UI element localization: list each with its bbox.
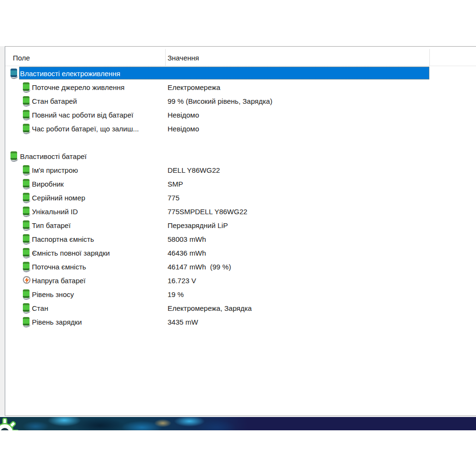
field-label: Рівень зарядки [32,317,82,326]
field-value: Електромережа, Зарядка [168,304,252,312]
field-label: Серійний номер [32,193,85,201]
table-row[interactable]: Серійний номер 775 [5,190,476,204]
battery-green-icon [23,234,30,243]
field-label: Тип батареї [32,221,70,229]
field-label: Ємність повної зарядки [32,248,110,257]
battery-green-icon [23,193,30,201]
table-row[interactable]: Напруга батареї 16.723 V [5,273,476,287]
field-value: Невідомо [168,110,199,119]
voltage-icon [23,276,30,284]
field-label: Властивості електроживлення [20,69,120,77]
battery-green-icon [23,317,30,326]
field-value: 16.723 V [168,276,196,284]
table-row[interactable]: Ємність повної зарядки 46436 mWh [5,246,476,259]
listview-rows: Властивості електроживлення Поточне джер… [5,66,476,416]
column-divider[interactable] [165,49,166,66]
field-label: Напруга батареї [32,276,86,284]
field-value: 46436 mWh [168,248,206,257]
column-header-field[interactable]: Поле [13,47,30,66]
gear-icon [0,418,19,430]
table-row[interactable]: Стан батарей 99 % (Високий рівень, Заряд… [5,94,476,108]
battery-green-icon [10,151,17,160]
field-value: Перезарядний LiP [168,221,228,229]
window-left-gutter [0,46,5,416]
table-row[interactable]: Ім'я пристрою DELL Y86WG22 [5,163,476,177]
battery-green-icon [23,303,30,312]
field-value: SMP [168,179,183,188]
batteryinfoview-window: Поле Значення Властивості електроживленн… [0,0,476,476]
battery-green-icon [23,179,30,188]
table-row[interactable]: Властивості електроживлення [5,66,476,80]
table-row[interactable]: Виробник SMP [5,177,476,190]
table-row[interactable]: Поточна ємність 46147 mWh (99 %) [5,259,476,273]
table-row[interactable]: Час роботи батареї, що залиш... Невідомо [5,121,476,135]
battery-green-icon [23,262,30,270]
battery-green-icon [23,248,30,257]
field-label: Поточна ємність [32,262,86,270]
table-row[interactable]: Рівень зарядки 3435 mW [5,315,476,328]
battery-properties-listview[interactable]: Поле Значення Властивості електроживленн… [5,46,476,416]
field-value: 19 % [168,290,184,298]
battery-green-icon [23,124,30,132]
field-label: Властивості батареї [20,152,87,160]
table-row[interactable] [5,135,476,149]
field-label: Повний час роботи від батареї [32,110,133,119]
field-label: Стан батарей [32,97,77,105]
field-value: 58003 mWh [168,235,206,243]
table-row[interactable]: Тип батареї Перезарядний LiP [5,218,476,232]
column-header-value[interactable]: Значення [168,47,199,66]
field-label: Унікальний ID [32,207,78,215]
field-value: 46147 mWh (99 %) [168,262,231,270]
field-label: Рівень зносу [32,290,74,298]
battery-green-icon [23,110,30,119]
battery-green-icon [23,82,30,91]
field-value: 775 [168,193,179,201]
table-row[interactable]: Поточне джерело живлення Електромережа [5,80,476,94]
field-label: Ім'я пристрою [32,166,78,174]
table-row[interactable]: Унікальний ID 775SMPDELL Y86WG22 [5,204,476,218]
table-row[interactable]: Повний час роботи від батареї Невідомо [5,108,476,121]
field-value: 3435 mW [168,317,198,326]
battery-green-icon [23,220,30,229]
field-value: DELL Y86WG22 [168,166,220,174]
table-row[interactable]: Рівень зносу 19 % [5,287,476,301]
battery-blue-icon [10,69,17,77]
battery-green-icon [23,165,30,174]
listview-header: Поле Значення [5,47,476,66]
desktop-wallpaper-strip [0,417,476,430]
field-value: 775SMPDELL Y86WG22 [168,207,248,215]
battery-green-icon [23,207,30,215]
table-row[interactable]: Властивості батареї [5,149,476,163]
field-label: Поточне джерело живлення [32,83,125,91]
field-label: Виробник [32,179,64,188]
battery-green-icon [23,289,30,298]
wallpaper-texture [0,417,248,430]
field-value: Невідомо [168,124,199,132]
field-label: Паспортна ємність [32,235,94,243]
field-label: Час роботи батареї, що залиш... [32,124,139,132]
battery-green-icon [23,96,30,105]
column-divider[interactable] [429,49,430,66]
table-row[interactable]: Стан Електромережа, Зарядка [5,301,476,315]
field-value: Електромережа [168,83,220,91]
field-value: 99 % (Високий рівень, Зарядка) [168,97,272,105]
field-label: Стан [32,304,48,312]
table-row[interactable]: Паспортна ємність 58003 mWh [5,232,476,246]
